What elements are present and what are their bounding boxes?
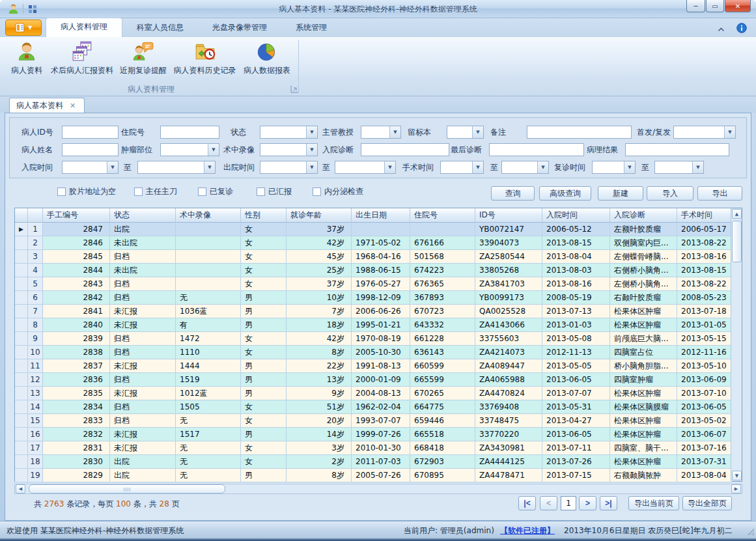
checkbox-box[interactable] [134, 187, 143, 196]
professor-combobox[interactable]: ▼ [361, 126, 401, 139]
resize-grip[interactable] [746, 527, 754, 535]
ribbon-button-postop-report[interactable]: 术后病人汇报资料 [49, 39, 115, 81]
scroll-right-icon[interactable]: ▶ [731, 484, 741, 493]
chevron-down-icon[interactable]: ▼ [472, 161, 483, 173]
chevron-down-icon[interactable]: ▼ [306, 161, 317, 173]
column-header[interactable]: 入院诊断 [610, 208, 677, 223]
discharge-time-to-picker[interactable]: ▼ [335, 161, 396, 174]
import-button[interactable]: 导入 [647, 186, 693, 201]
admission-no-input[interactable] [160, 126, 219, 139]
column-header[interactable]: 手工编号 [43, 208, 110, 223]
admission-dx-input[interactable] [361, 143, 449, 156]
query-button[interactable]: 查询 [491, 186, 535, 201]
chevron-down-icon[interactable]: ▼ [537, 161, 548, 173]
final-dx-input[interactable] [489, 143, 584, 156]
checkbox-box[interactable] [198, 187, 206, 196]
table-row[interactable]: 92839归档1472女42岁1970-08-19661228337556032… [15, 332, 732, 346]
page-number-input[interactable] [561, 496, 576, 510]
table-row[interactable]: 142834归档1505女51岁1962-02-0466477533769408… [15, 400, 732, 414]
revisit-time-to-picker[interactable]: ▼ [654, 161, 704, 174]
checkbox-box[interactable] [257, 187, 265, 196]
revisit-time-from-picker[interactable]: ▼ [592, 161, 636, 174]
chevron-down-icon[interactable]: ▼ [724, 126, 735, 138]
table-row[interactable]: 82840未汇报有男18岁1995-01-21643332ZA414306620… [15, 318, 732, 332]
ribbon-tab-disc-video[interactable]: 光盘录像带管理 [198, 19, 281, 37]
prev-page-button[interactable]: < [540, 496, 557, 510]
checkbox-revisited[interactable]: 已复诊 [198, 186, 233, 197]
table-row[interactable]: 112837未汇报1444男22岁1991-08-13660599ZA40894… [15, 359, 732, 373]
first-recur-combobox[interactable]: ▼ [673, 126, 736, 139]
table-row[interactable]: 102838归档1110女8岁2005-10-30636143ZA4214073… [15, 346, 732, 359]
column-header[interactable]: 状态 [110, 208, 176, 223]
app-menu-button[interactable]: ▼ [5, 20, 42, 36]
checkbox-film-address-empty[interactable]: 胶片地址为空 [57, 186, 116, 197]
ribbon-collapse-icon[interactable] [718, 25, 725, 34]
chevron-down-icon[interactable]: ▼ [389, 126, 400, 138]
column-header[interactable]: ID号 [475, 208, 542, 223]
table-row[interactable]: 162832未汇报1517男14岁1999-07-266655183377022… [15, 428, 732, 441]
remark-input[interactable] [527, 126, 632, 139]
patient-id-input[interactable] [62, 126, 119, 139]
last-page-button[interactable]: >| [600, 496, 617, 510]
column-header[interactable]: 手术时间 [677, 208, 732, 223]
table-row[interactable]: 132835未汇报1012蓝男9岁2004-08-13670265ZA44708… [15, 387, 732, 400]
column-header[interactable]: 入院时间 [542, 208, 610, 223]
table-row[interactable]: 52843归档女37岁1976-05-27676365ZA38417032013… [15, 277, 732, 291]
chevron-down-icon[interactable]: ▼ [306, 126, 317, 138]
checkbox-reported[interactable]: 已汇报 [257, 186, 292, 197]
scroll-down-icon[interactable]: ▼ [732, 471, 742, 480]
status-combobox[interactable]: ▼ [260, 126, 318, 139]
table-row[interactable]: ▶12847出院女37岁YB00721472006-05-12左额叶胶质瘤200… [15, 223, 732, 236]
chevron-down-icon[interactable]: ▼ [624, 161, 635, 173]
chevron-down-icon[interactable]: ▼ [107, 161, 118, 173]
doc-tab-patient-basic-info[interactable]: 病人基本资料 ✕ [9, 98, 85, 113]
pathology-input[interactable] [625, 143, 729, 156]
admission-time-from-picker[interactable]: ▼ [62, 161, 119, 174]
minimize-button[interactable]: ─ [686, 0, 705, 12]
table-row[interactable]: 192829出院无男8岁2005-07-26670895ZA4478471201… [15, 469, 732, 482]
chevron-down-icon[interactable]: ▼ [472, 126, 483, 138]
surgery-time-to-picker[interactable]: ▼ [501, 161, 549, 174]
ribbon-button-history-records[interactable]: 病人资料历史记录 [171, 39, 238, 81]
column-header[interactable]: 出生日期 [352, 208, 410, 223]
tab-close-icon[interactable]: ✕ [70, 102, 76, 110]
column-header[interactable]: 住院号 [410, 208, 475, 223]
registered-link[interactable]: 【软件已注册】 [500, 525, 555, 536]
info-icon[interactable] [736, 23, 747, 35]
scroll-up-icon[interactable]: ▲ [732, 209, 742, 219]
table-row[interactable]: 172831未汇报无女3岁2010-01-30668418ZA343098120… [15, 441, 732, 455]
chevron-down-icon[interactable]: ▼ [692, 161, 703, 173]
checkbox-box[interactable] [57, 187, 66, 196]
chevron-down-icon[interactable]: ▼ [208, 144, 219, 156]
new-button[interactable]: 新建 [598, 186, 643, 201]
surgery-time-from-picker[interactable]: ▼ [440, 161, 484, 174]
table-row[interactable]: 72841未汇报1036蓝男7岁2006-06-26670723QA002552… [15, 305, 732, 318]
column-header[interactable]: 性别 [241, 208, 287, 223]
patient-name-input[interactable] [62, 143, 119, 156]
table-row[interactable]: 152833归档无女20岁1993-07-0765944633748475201… [15, 414, 732, 428]
table-row[interactable]: 182830出院无女2岁2011-07-03672903ZA4444125201… [15, 455, 732, 469]
table-row[interactable]: 122836归档1519男13岁2000-01-09665599ZA406598… [15, 373, 732, 387]
table-row[interactable]: 32845归档女45岁1968-04-16501568ZA25805442013… [15, 250, 732, 264]
ribbon-tab-patient-management[interactable]: 病人资料管理 [46, 18, 122, 37]
checkbox-box[interactable] [313, 187, 321, 196]
table-row[interactable]: 42844未出院女25岁1988-06-15674223338052682013… [15, 264, 732, 277]
tumor-site-combobox[interactable]: ▼ [160, 143, 219, 156]
vertical-scrollbar[interactable]: ▲ ▼ [731, 208, 742, 481]
chevron-down-icon[interactable]: ▼ [384, 161, 395, 173]
close-button[interactable]: ✕ [725, 0, 751, 12]
dialog-launcher-icon[interactable] [290, 85, 298, 93]
column-header[interactable]: 术中录像 [176, 208, 241, 223]
ribbon-button-data-report[interactable]: 病人数据报表 [240, 39, 294, 81]
maximize-button[interactable]: ▭ [706, 0, 724, 12]
horizontal-scroll-thumb[interactable] [29, 484, 225, 493]
ribbon-button-revisit-reminder[interactable]: 近期复诊提醒 [116, 39, 171, 81]
intraop-video-combobox[interactable]: ▼ [260, 143, 318, 156]
next-page-button[interactable]: > [579, 496, 596, 510]
vertical-scroll-thumb[interactable] [732, 221, 742, 262]
export-current-page-button[interactable]: 导出当前页 [628, 496, 679, 510]
ribbon-tab-department-staff[interactable]: 科室人员信息 [122, 19, 198, 37]
checkbox-chief-surgeon[interactable]: 主任主刀 [134, 186, 177, 197]
export-button[interactable]: 导出 [697, 186, 742, 201]
horizontal-scrollbar[interactable]: ◀ ▶ [14, 484, 742, 494]
